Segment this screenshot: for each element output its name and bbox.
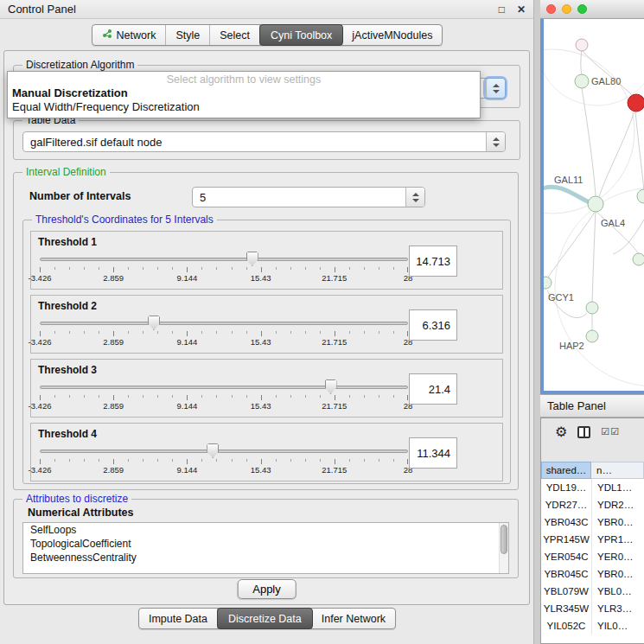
table-panel-header[interactable]: Table Panel xyxy=(540,394,644,418)
threshold-value-field[interactable]: 14.713 xyxy=(409,245,457,277)
threshold-slider[interactable]: -3.426 2.859 9.144 15.43 21.715 28 xyxy=(40,315,408,349)
scrollbar-thumb[interactable] xyxy=(501,525,507,554)
network-canvas[interactable]: GAL80 GAL11 GAL4 GCY1 HAP2 xyxy=(540,19,644,394)
minimize-traffic-light-icon[interactable] xyxy=(562,4,571,14)
combobox-stepper[interactable] xyxy=(405,188,424,207)
select-columns-icons[interactable]: ☑☑ xyxy=(601,426,620,437)
slider-track[interactable] xyxy=(40,450,408,453)
threshold-panel: Threshold 3 -3.426 2.859 9.144 15.43 21.… xyxy=(30,359,503,418)
tab-network[interactable]: Network xyxy=(92,25,167,45)
list-item[interactable]: TopologicalCoefficient xyxy=(23,537,508,551)
cell[interactable]: YDR27… xyxy=(541,496,591,513)
tab-discretize-data[interactable]: Discretize Data xyxy=(217,608,313,629)
slider-thumb[interactable] xyxy=(148,316,160,330)
number-of-intervals-label: Number of Intervals xyxy=(29,190,131,202)
network-node[interactable] xyxy=(588,196,603,212)
tab-impute-data[interactable]: Impute Data xyxy=(139,609,218,628)
cell[interactable]: YBR043C xyxy=(541,513,591,531)
cell[interactable]: YBR0… xyxy=(591,565,644,583)
selected-network-node[interactable] xyxy=(628,94,644,112)
tick-label: 2.859 xyxy=(103,401,124,411)
table-row[interactable]: YBL079WYBL0… xyxy=(541,583,644,600)
popup-option-equal-width[interactable]: Equal Width/Frequency Discretization xyxy=(8,100,480,114)
cell[interactable]: YIL0… xyxy=(591,617,644,634)
cell[interactable]: YPR1… xyxy=(591,531,644,548)
close-traffic-light-icon[interactable] xyxy=(546,4,556,14)
table-row[interactable]: YDL19…YDL1… xyxy=(541,479,644,496)
table-row[interactable]: YPR145WYPR1… xyxy=(541,531,644,548)
network-graph: GAL80 GAL11 GAL4 GCY1 HAP2 xyxy=(544,19,644,391)
slider-thumb[interactable] xyxy=(325,379,337,394)
tab-infer-network[interactable]: Infer Network xyxy=(312,609,395,628)
threshold-slider[interactable]: -3.426 2.859 9.144 15.43 21.715 28 xyxy=(40,251,408,285)
table-row[interactable]: YLR345WYLR3… xyxy=(541,600,644,617)
network-window-titlebar[interactable] xyxy=(540,0,644,19)
column-header-shared-name[interactable]: shared… xyxy=(541,462,591,479)
cell[interactable]: YER054C xyxy=(541,548,591,565)
tick-label: 15.43 xyxy=(251,465,271,475)
cell[interactable]: YBR045C xyxy=(541,565,591,583)
scrollbar[interactable] xyxy=(499,523,508,573)
cell[interactable]: YDL19… xyxy=(541,479,591,496)
table-row[interactable]: YDR27…YDR2… xyxy=(541,496,644,513)
threshold-slider[interactable]: -3.426 2.859 9.144 15.43 21.715 28 xyxy=(40,379,408,413)
bottom-tabs-row: Impute Data Discretize Data Infer Networ… xyxy=(0,608,534,629)
network-node[interactable] xyxy=(576,39,588,51)
cell[interactable]: YDL1… xyxy=(591,479,644,496)
float-window-icon[interactable]: □ xyxy=(499,4,505,15)
table-row[interactable]: YBR043CYBR0… xyxy=(541,513,644,531)
gear-icon[interactable]: ⚙ xyxy=(555,425,567,439)
cell[interactable]: YER0… xyxy=(591,548,644,565)
network-node[interactable] xyxy=(637,189,644,203)
list-item[interactable]: BetweennessCentrality xyxy=(23,551,508,564)
table-body[interactable]: YDL19…YDL1… YDR27…YDR2… YBR043CYBR0… YPR… xyxy=(541,479,644,643)
slider-track[interactable] xyxy=(40,258,408,261)
tab-cyni-toolbox[interactable]: Cyni Toolbox xyxy=(259,24,343,46)
control-panel-titlebar: Control Panel □ ✕ xyxy=(0,0,533,19)
slider-tick-labels: -3.426 2.859 9.144 15.43 21.715 28 xyxy=(40,273,408,284)
number-of-intervals-combobox[interactable]: 5 xyxy=(192,187,425,207)
slider-thumb[interactable] xyxy=(246,252,258,266)
cell[interactable]: YLR345W xyxy=(541,600,591,617)
network-node[interactable] xyxy=(633,253,644,265)
list-item[interactable]: SelfLoops xyxy=(23,523,508,537)
threshold-value-field[interactable]: 6.316 xyxy=(409,309,457,341)
tab-jactivemnodules[interactable]: jActiveMNodules xyxy=(342,25,442,45)
tab-style[interactable]: Style xyxy=(166,25,210,45)
slider-thumb[interactable] xyxy=(207,443,219,458)
network-node[interactable] xyxy=(575,74,589,88)
apply-button[interactable]: Apply xyxy=(237,579,296,599)
columns-icon[interactable] xyxy=(577,426,590,438)
close-icon[interactable]: ✕ xyxy=(517,4,526,15)
cell[interactable]: YBR0… xyxy=(591,513,644,531)
cell[interactable]: YDR2… xyxy=(591,496,644,513)
highlighted-edge[interactable] xyxy=(544,187,594,204)
cell[interactable]: YBL0… xyxy=(591,583,644,600)
table-data-combobox[interactable]: galFiltered.sif default node xyxy=(22,131,506,152)
combobox-stepper[interactable] xyxy=(486,79,505,98)
table-row[interactable]: YER054CYER0… xyxy=(541,548,644,565)
network-node[interactable] xyxy=(586,302,598,314)
tab-label: jActiveMNodules xyxy=(352,29,432,41)
slider-track[interactable] xyxy=(40,386,408,389)
threshold-slider[interactable]: -3.426 2.859 9.144 15.43 21.715 28 xyxy=(40,443,408,477)
table-row[interactable]: YIL052CYIL0… xyxy=(541,617,644,634)
tick-label: 9.144 xyxy=(177,337,198,347)
network-node[interactable] xyxy=(544,277,552,289)
cell[interactable]: YPR145W xyxy=(541,531,591,548)
tab-select[interactable]: Select xyxy=(210,25,260,45)
top-tabs-row: Network Style Select Cyni Toolbox jActiv… xyxy=(0,24,534,46)
popup-option-manual-discretization[interactable]: Manual Discretization xyxy=(8,86,480,100)
threshold-value-field[interactable]: 11.344 xyxy=(409,437,457,469)
cell[interactable]: YIL052C xyxy=(541,617,591,634)
threshold-value-field[interactable]: 21.4 xyxy=(409,373,457,405)
column-header-name[interactable]: n… xyxy=(591,462,644,479)
slider-track[interactable] xyxy=(40,322,408,325)
zoom-traffic-light-icon[interactable] xyxy=(577,4,587,14)
attributes-list[interactable]: SelfLoops TopologicalCoefficient Between… xyxy=(22,522,509,574)
network-node[interactable] xyxy=(586,330,598,342)
combobox-stepper[interactable] xyxy=(486,132,505,151)
cell[interactable]: YLR3… xyxy=(591,600,644,617)
table-row[interactable]: YBR045CYBR0… xyxy=(541,565,644,583)
cell[interactable]: YBL079W xyxy=(541,583,591,600)
